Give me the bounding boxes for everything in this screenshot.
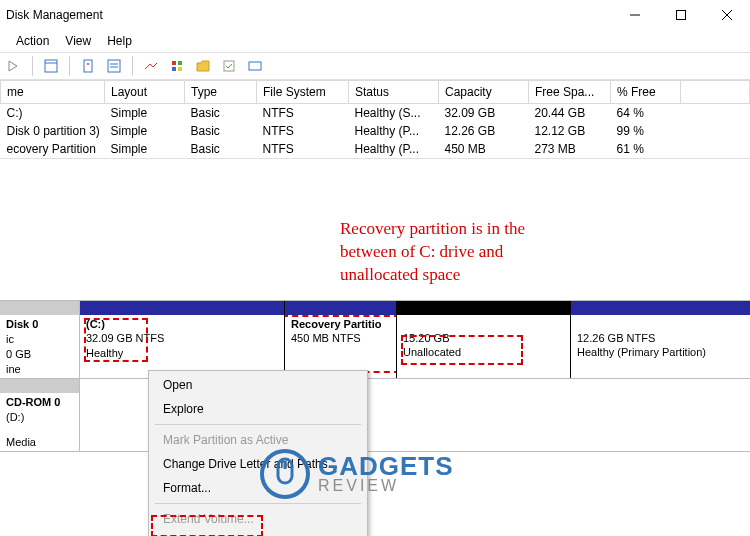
partition-bar — [80, 301, 284, 315]
partition-recovery[interactable]: Recovery Partitio 450 MB NTFS — [285, 301, 397, 378]
cell-status: Healthy (S... — [349, 104, 439, 123]
partition-title: Recovery Partitio — [291, 317, 390, 331]
partition-bar — [285, 301, 396, 315]
disk-row: CD-ROM 0 (D:) Media — [0, 378, 750, 452]
list-icon[interactable] — [104, 56, 124, 76]
svg-rect-4 — [45, 60, 57, 72]
cell-layout: Simple — [105, 122, 185, 140]
partition-size: 450 MB NTFS — [291, 331, 390, 345]
cell-type: Basic — [185, 122, 257, 140]
svg-rect-12 — [178, 61, 182, 65]
table-row[interactable]: ecovery Partition Simple Basic NTFS Heal… — [1, 140, 750, 158]
disk-info: Media — [6, 435, 73, 450]
partition-size: 32.09 GB NTFS — [86, 331, 278, 345]
disk-row: Disk 0 ic 0 GB ine (C:) 32.09 GB NTFS He… — [0, 300, 750, 378]
partition-c[interactable]: (C:) 32.09 GB NTFS Healthy — [80, 301, 285, 378]
svg-rect-15 — [224, 61, 234, 71]
cell-type: Basic — [185, 140, 257, 158]
svg-rect-8 — [108, 60, 120, 72]
annotation-line: Recovery partition is in the — [340, 218, 525, 241]
col-free[interactable]: Free Spa... — [529, 81, 611, 104]
annotation-line: between of C: drive and — [340, 241, 525, 264]
cell-pct: 64 % — [611, 104, 681, 123]
table-row[interactable]: Disk 0 partition 3) Simple Basic NTFS He… — [1, 122, 750, 140]
cell-type: Basic — [185, 104, 257, 123]
cell-free: 12.12 GB — [529, 122, 611, 140]
toolbar-separator — [69, 56, 70, 76]
watermark-top: GADGETS — [318, 455, 454, 478]
cell-pct: 61 % — [611, 140, 681, 158]
partition-unallocated[interactable]: 15.20 GB Unallocated — [397, 301, 571, 378]
cell-layout: Simple — [105, 140, 185, 158]
menu-action[interactable]: Action — [16, 34, 49, 48]
toolbar — [0, 52, 750, 80]
col-pct[interactable]: % Free — [611, 81, 681, 104]
properties-icon[interactable] — [41, 56, 61, 76]
col-name[interactable]: me — [1, 81, 105, 104]
cell-capacity: 12.26 GB — [439, 122, 529, 140]
svg-rect-11 — [172, 61, 176, 65]
cell-status: Healthy (P... — [349, 122, 439, 140]
security-icon[interactable] — [219, 56, 239, 76]
cell-layout: Simple — [105, 104, 185, 123]
partition-bar — [571, 301, 750, 315]
partition-strip: (C:) 32.09 GB NTFS Healthy Recovery Part… — [80, 301, 750, 378]
close-button[interactable] — [704, 0, 750, 30]
maximize-icon — [676, 10, 686, 20]
col-type[interactable]: Type — [185, 81, 257, 104]
window-title: Disk Management — [4, 8, 612, 22]
close-icon — [722, 10, 732, 20]
minimize-button[interactable] — [612, 0, 658, 30]
partition-title: (C:) — [86, 317, 278, 331]
toolbar-separator — [132, 56, 133, 76]
svg-rect-6 — [84, 60, 92, 72]
cell-name: C:) — [1, 104, 105, 123]
maximize-button[interactable] — [658, 0, 704, 30]
partition-size: 12.26 GB NTFS — [577, 331, 744, 345]
table-row[interactable]: C:) Simple Basic NTFS Healthy (S... 32.0… — [1, 104, 750, 123]
cell-pct: 99 % — [611, 122, 681, 140]
disk-info: (D:) — [6, 410, 73, 425]
ctx-separator — [155, 503, 361, 504]
col-status[interactable]: Status — [349, 81, 439, 104]
cell-status: Healthy (P... — [349, 140, 439, 158]
col-capacity[interactable]: Capacity — [439, 81, 529, 104]
svg-rect-14 — [178, 67, 182, 71]
ctx-shrink[interactable]: Shrink Volume — [149, 531, 367, 536]
disk-name: CD-ROM 0 — [6, 395, 73, 410]
cell-capacity: 450 MB — [439, 140, 529, 158]
partition-primary[interactable]: 12.26 GB NTFS Healthy (Primary Partition… — [571, 301, 750, 378]
refresh-icon[interactable] — [78, 56, 98, 76]
table-header-row: me Layout Type File System Status Capaci… — [1, 81, 750, 104]
title-bar: Disk Management — [0, 0, 750, 30]
partition-status: Unallocated — [403, 345, 564, 359]
toolbar-separator — [32, 56, 33, 76]
action-icon[interactable] — [141, 56, 161, 76]
col-layout[interactable]: Layout — [105, 81, 185, 104]
col-fs[interactable]: File System — [257, 81, 349, 104]
disk-graphical-view: Disk 0 ic 0 GB ine (C:) 32.09 GB NTFS He… — [0, 300, 750, 452]
ctx-extend[interactable]: Extend Volume... — [149, 507, 367, 531]
svg-rect-13 — [172, 67, 176, 71]
ctx-open[interactable]: Open — [149, 373, 367, 397]
volume-list: me Layout Type File System Status Capaci… — [0, 80, 750, 159]
cell-capacity: 32.09 GB — [439, 104, 529, 123]
disk-name: Disk 0 — [6, 317, 73, 332]
menu-help[interactable]: Help — [107, 34, 132, 48]
ctx-explore[interactable]: Explore — [149, 397, 367, 421]
partition-status: Healthy — [86, 346, 278, 360]
palette-icon[interactable] — [167, 56, 187, 76]
col-empty — [681, 81, 750, 104]
disk-label[interactable]: Disk 0 ic 0 GB ine — [0, 301, 80, 378]
cell-name: Disk 0 partition 3) — [1, 122, 105, 140]
partition-size: 15.20 GB — [403, 331, 564, 345]
settings-icon[interactable] — [245, 56, 265, 76]
disk-info: ic — [6, 332, 73, 347]
mouse-icon — [258, 447, 312, 501]
menu-view[interactable]: View — [65, 34, 91, 48]
disk-label[interactable]: CD-ROM 0 (D:) Media — [0, 379, 80, 451]
folder-icon[interactable] — [193, 56, 213, 76]
forward-icon[interactable] — [4, 56, 24, 76]
annotation-line: unallocated space — [340, 264, 525, 287]
watermark: GADGETS REVIEW — [258, 447, 454, 501]
